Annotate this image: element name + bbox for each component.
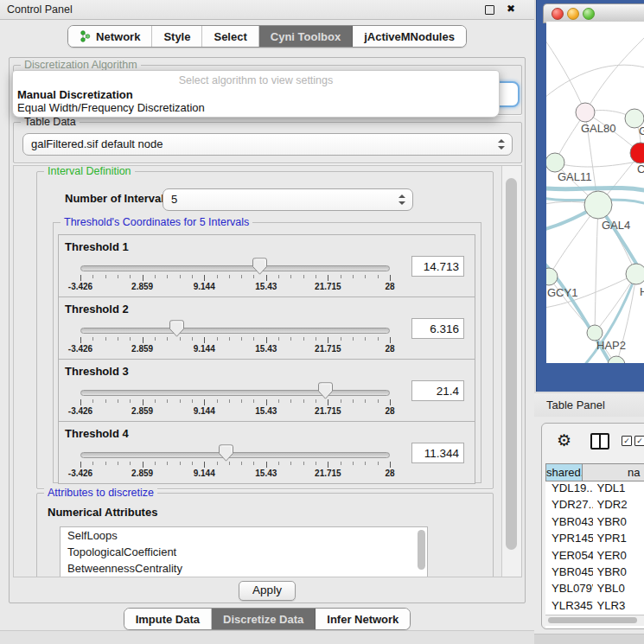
tab-discretize-data[interactable]: Discretize Data — [212, 609, 316, 629]
table-cell: YBR045C — [545, 565, 593, 582]
table-row[interactable]: YER054CYER0 — [545, 549, 644, 565]
table-panel-footer — [534, 634, 644, 644]
network-window-titlebar[interactable] — [543, 3, 644, 23]
table-cell: YDL19... — [545, 481, 593, 498]
tick-label: 21.715 — [315, 469, 341, 478]
table-cell: YBL0 — [593, 582, 644, 598]
slider-track[interactable] — [80, 328, 390, 334]
node-label: G — [639, 124, 644, 137]
number-of-intervals-combobox[interactable]: 5 — [163, 188, 413, 211]
tab-impute-data[interactable]: Impute Data — [124, 609, 212, 629]
network-view-window: GAL80GCGAL11GAL4GCY1HHAP2 — [536, 0, 644, 392]
table-hscrollbar[interactable] — [545, 615, 644, 626]
tick-label: 28 — [385, 406, 394, 416]
slider-track[interactable] — [80, 390, 390, 396]
node-table: shared...na YDL19...YDL1YDR27...YDR2YBR0… — [545, 463, 644, 628]
select-checkbox-icon[interactable]: ✓ — [622, 436, 632, 446]
tab-label: Network — [96, 30, 140, 43]
threshold-value-field[interactable] — [411, 443, 464, 463]
network-node-gcy1[interactable] — [546, 268, 558, 285]
tab-select[interactable]: Select — [202, 26, 258, 47]
list-scrollbar-thumb[interactable] — [418, 530, 425, 570]
table-data-combobox[interactable]: galFiltered.sif default node — [22, 133, 513, 156]
slider-ticks — [80, 274, 390, 281]
dropdown-option-manual-discretization[interactable]: Manual Discretization — [16, 88, 495, 101]
thresholds-group-title: Threshold's Coordinates for 5 Intervals — [61, 216, 252, 228]
tick-label: -3.426 — [68, 406, 92, 416]
tab-cyni-toolbox[interactable]: Cyni Toolbox — [259, 26, 353, 47]
settings-viewport: Interval Definition Number of Intervals … — [14, 166, 502, 577]
network-node-h[interactable] — [626, 264, 644, 284]
table-row[interactable]: YBR045CYBR0 — [545, 565, 644, 582]
column-header-2[interactable]: na — [583, 463, 644, 481]
apply-button[interactable]: Apply — [239, 581, 296, 601]
table-row[interactable]: YPR145WYPR1 — [545, 532, 644, 548]
tab-infer-network[interactable]: Infer Network — [316, 609, 410, 629]
minimize-traffic-light-icon[interactable] — [567, 8, 579, 20]
network-canvas[interactable]: GAL80GCGAL11GAL4GCY1HHAP2 — [546, 22, 644, 363]
attribute-item-betweennesscentrality[interactable]: BetweennessCentrality — [61, 560, 427, 577]
table-cell: YDL1 — [593, 481, 644, 498]
close-icon[interactable]: ✖ — [507, 3, 515, 15]
select-all-checkbox-icon[interactable]: ✓ — [634, 436, 644, 446]
number-of-intervals-label: Number of Intervals — [65, 192, 170, 205]
tick-label: -3.426 — [68, 469, 92, 478]
slider-tick-labels: -3.4262.8599.14415.4321.71528 — [80, 469, 390, 479]
network-node-gal11[interactable] — [546, 153, 564, 172]
tab-style[interactable]: Style — [152, 26, 202, 47]
threshold-slider[interactable]: -3.4262.8599.14415.4321.71528 — [80, 380, 390, 418]
tab-network[interactable]: Network — [68, 26, 152, 47]
threshold-slider[interactable]: -3.4262.8599.14415.4321.71528 — [80, 256, 390, 294]
close-traffic-light-icon[interactable] — [552, 8, 564, 20]
columns-icon[interactable] — [590, 433, 609, 450]
tab-label: jActiveMNodules — [364, 30, 455, 43]
bottom-tab-bar: Impute DataDiscretize DataInfer Network — [0, 608, 534, 630]
threshold-label: Threshold 4 — [65, 427, 129, 440]
float-window-icon[interactable] — [485, 5, 494, 15]
table-cell: YER0 — [593, 549, 644, 565]
tab-jactivemnodules[interactable]: jActiveMNodules — [353, 26, 466, 47]
algorithm-group-title: Discretization Algorithm — [21, 59, 141, 71]
table-row[interactable]: YDL19...YDL1 — [545, 481, 644, 498]
table-row[interactable]: YDR27...YDR2 — [545, 498, 644, 514]
slider-track[interactable] — [80, 265, 390, 271]
numerical-attributes-list[interactable]: SelfLoopsTopologicalCoefficientBetweenne… — [60, 526, 428, 577]
table-row[interactable]: YLR345WYLR3 — [545, 599, 644, 615]
threshold-value-field[interactable] — [411, 380, 464, 401]
column-header-1[interactable]: shared... — [545, 463, 583, 481]
gear-icon[interactable]: ⚙ — [557, 430, 571, 450]
threshold-slider[interactable]: -3.4262.8599.14415.4321.71528 — [80, 318, 390, 356]
tick-label: 21.715 — [315, 406, 341, 416]
threshold-value-field[interactable] — [411, 318, 464, 339]
attribute-item-topologicalcoefficient[interactable]: TopologicalCoefficient — [61, 544, 427, 560]
settings-panel: Discretization Algorithm Select algorith… — [9, 57, 526, 603]
node-label: GAL11 — [558, 170, 592, 183]
settings-scrollbar-thumb[interactable] — [506, 178, 517, 550]
network-node[interactable] — [608, 356, 625, 363]
node-label: HAP2 — [596, 339, 626, 352]
zoom-traffic-light-icon[interactable] — [583, 8, 595, 20]
tick-label: 21.715 — [315, 344, 341, 354]
table-hscrollbar-thumb[interactable] — [548, 617, 637, 623]
top-tab-bar: NetworkStyleSelectCyni ToolboxjActiveMNo… — [0, 25, 534, 48]
dropdown-option-equal-width-frequency-discretization[interactable]: Equal Width/Frequency Discretization — [16, 101, 495, 114]
table-cell: YBL079W — [545, 582, 593, 598]
dropdown-placeholder: Select algorithm to view settings — [13, 74, 499, 86]
slider-handle[interactable] — [169, 320, 184, 337]
settings-scrollbar[interactable] — [501, 166, 521, 577]
table-row[interactable]: YBR043CYBR0 — [545, 515, 644, 532]
settings-scrollpane: Interval Definition Number of Intervals … — [13, 165, 522, 577]
table-data-combobox-value: galFiltered.sif default node — [31, 134, 163, 155]
table-cell: YDR2 — [593, 498, 644, 514]
threshold-slider[interactable]: -3.4262.8599.14415.4321.71528 — [80, 443, 390, 481]
threshold-value-field[interactable] — [411, 256, 464, 277]
attribute-item-selfloops[interactable]: SelfLoops — [61, 527, 427, 544]
table-data-group: Table Data galFiltered.sif default node — [13, 122, 522, 163]
slider-track[interactable] — [80, 452, 390, 458]
network-node-gal4[interactable] — [584, 191, 612, 219]
slider-handle[interactable] — [318, 382, 333, 399]
slider-handle[interactable] — [219, 444, 233, 462]
network-node-gal80[interactable] — [576, 103, 595, 122]
slider-handle[interactable] — [252, 258, 267, 275]
table-row[interactable]: YBL079WYBL0 — [545, 582, 644, 598]
